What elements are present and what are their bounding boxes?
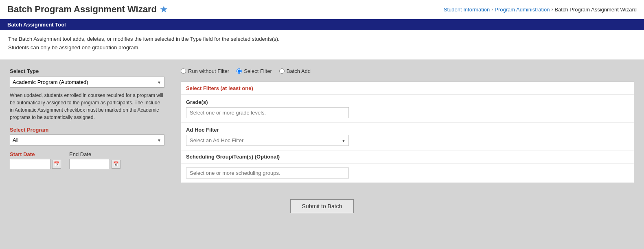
radio-run-without-filter-label: Run without Filter <box>188 68 229 74</box>
scheduling-section: Scheduling Group/Team(s) (Optional) <box>181 150 634 183</box>
start-date-calendar-icon[interactable]: 📅 <box>52 160 61 169</box>
scheduling-header: Scheduling Group/Team(s) (Optional) <box>181 150 634 163</box>
type-dropdown[interactable]: Academic Program (Automated) <box>10 77 164 88</box>
radio-select-filter-input[interactable] <box>237 68 242 74</box>
end-date-label: End Date <box>69 151 120 157</box>
main-content: Select Type Academic Program (Automated)… <box>0 60 644 223</box>
scheduling-input-wrapper <box>186 167 349 178</box>
type-dropdown-wrapper: Academic Program (Automated) <box>10 77 164 88</box>
end-date-input[interactable] <box>69 159 110 169</box>
breadcrumb-sep-2: › <box>551 7 553 12</box>
grades-input[interactable] <box>186 107 349 118</box>
program-dropdown-wrapper: All <box>10 134 164 145</box>
filters-header: Select Filters (at least one) <box>181 82 634 95</box>
submit-row: Submit to Batch <box>10 199 634 213</box>
adhoc-input[interactable] <box>186 135 349 146</box>
start-date-field: Start Date 📅 <box>10 151 61 169</box>
breadcrumb: Student Information › Program Administra… <box>444 7 637 13</box>
filters-section: Select Filters (at least one) Grade(s) A… <box>181 82 634 150</box>
info-box: The Batch Assignment tool adds, deletes,… <box>0 30 644 60</box>
adhoc-input-wrapper <box>186 135 349 146</box>
left-panel: Select Type Academic Program (Automated)… <box>10 68 164 169</box>
page-header: Batch Program Assignment Wizard ★ Studen… <box>0 0 644 19</box>
end-date-input-wrapper: 📅 <box>69 159 120 169</box>
start-date-label: Start Date <box>10 151 61 157</box>
section-bar: Batch Assignment Tool <box>0 19 644 30</box>
radio-run-without-filter[interactable]: Run without Filter <box>181 68 229 74</box>
radio-row: Run without Filter Select Filter Batch A… <box>181 68 634 74</box>
program-dropdown[interactable]: All <box>10 134 164 145</box>
scheduling-field <box>181 163 634 183</box>
form-row: Select Type Academic Program (Automated)… <box>10 68 634 183</box>
dates-row: Start Date 📅 End Date 📅 <box>10 151 164 169</box>
right-panel: Run without Filter Select Filter Batch A… <box>181 68 634 183</box>
grades-field: Grade(s) <box>181 95 634 123</box>
adhoc-filter-field: Ad Hoc Filter <box>181 123 634 150</box>
radio-select-filter[interactable]: Select Filter <box>237 68 272 74</box>
adhoc-label: Ad Hoc Filter <box>186 127 629 133</box>
grades-label: Grade(s) <box>186 99 629 105</box>
select-program-label: Select Program <box>10 127 164 133</box>
radio-run-without-filter-input[interactable] <box>181 68 186 74</box>
radio-batch-add-input[interactable] <box>279 68 285 74</box>
start-date-input[interactable] <box>10 159 50 169</box>
favorite-icon[interactable]: ★ <box>160 4 167 14</box>
end-date-calendar-icon[interactable]: 📅 <box>112 160 120 169</box>
info-line-1: The Batch Assignment tool adds, deletes,… <box>8 36 636 42</box>
radio-batch-add[interactable]: Batch Add <box>279 68 311 74</box>
select-type-label: Select Type <box>10 68 164 74</box>
page-title: Batch Program Assignment Wizard <box>7 4 157 15</box>
breadcrumb-student-info[interactable]: Student Information <box>444 7 490 13</box>
breadcrumb-sep-1: › <box>491 7 493 12</box>
end-date-field: End Date 📅 <box>69 151 120 169</box>
breadcrumb-current: Batch Program Assignment Wizard <box>554 7 637 13</box>
grades-input-wrapper <box>186 107 349 118</box>
type-description: When updated, students enrolled in cours… <box>10 92 164 121</box>
scheduling-input[interactable] <box>186 167 349 178</box>
submit-to-batch-button[interactable]: Submit to Batch <box>290 199 354 213</box>
page-title-area: Batch Program Assignment Wizard ★ <box>7 4 167 15</box>
radio-select-filter-label: Select Filter <box>244 68 272 74</box>
breadcrumb-program-admin[interactable]: Program Administration <box>495 7 550 13</box>
section-bar-label: Batch Assignment Tool <box>7 22 66 28</box>
start-date-input-wrapper: 📅 <box>10 159 61 169</box>
info-line-2: Students can only be assigned one gradua… <box>8 44 636 51</box>
radio-batch-add-label: Batch Add <box>287 68 311 74</box>
